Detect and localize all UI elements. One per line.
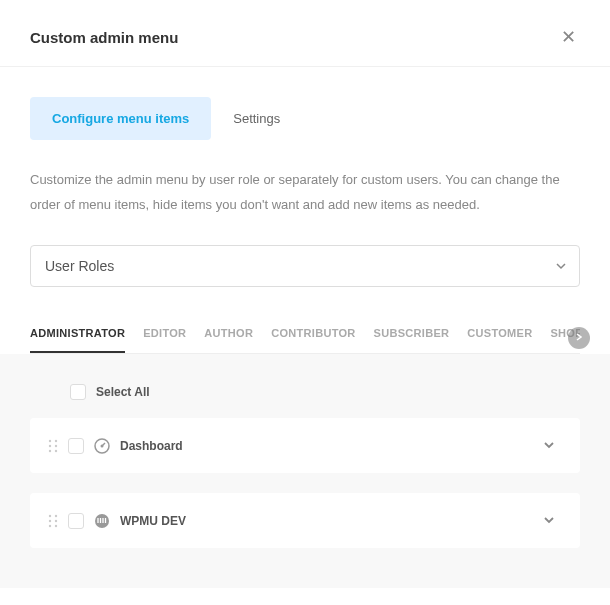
role-tab-contributor[interactable]: CONTRIBUTOR (271, 327, 355, 353)
svg-point-4 (49, 450, 51, 452)
svg-point-14 (95, 514, 109, 528)
chevron-down-icon (544, 513, 554, 528)
role-tab-editor[interactable]: EDITOR (143, 327, 186, 353)
select-all-label: Select All (96, 385, 150, 399)
menu-item-row: WPMU DEV (30, 493, 580, 548)
svg-point-1 (55, 440, 57, 442)
description-text: Customize the admin menu by user role or… (30, 168, 580, 217)
svg-point-3 (55, 445, 57, 447)
drag-handle-icon[interactable] (48, 439, 58, 453)
chevron-right-icon (576, 332, 582, 343)
tab-configure-menu-items[interactable]: Configure menu items (30, 97, 211, 140)
wpmu-dev-icon (94, 513, 110, 529)
role-tab-subscriber[interactable]: SUBSCRIBER (374, 327, 450, 353)
svg-point-10 (49, 520, 51, 522)
role-tab-customer[interactable]: CUSTOMER (467, 327, 532, 353)
menu-item-checkbox[interactable] (68, 438, 84, 454)
drag-handle-icon[interactable] (48, 514, 58, 528)
close-icon: ✕ (561, 27, 576, 47)
svg-point-11 (55, 520, 57, 522)
role-tabs-scroll-right[interactable] (568, 327, 590, 349)
menu-item-row: Dashboard (30, 418, 580, 473)
role-tab-author[interactable]: AUTHOR (204, 327, 253, 353)
expand-button[interactable] (536, 509, 562, 532)
chevron-down-icon (544, 438, 554, 453)
svg-point-2 (49, 445, 51, 447)
menu-item-label: Dashboard (120, 439, 526, 453)
svg-point-13 (55, 525, 57, 527)
svg-point-0 (49, 440, 51, 442)
tab-settings[interactable]: Settings (211, 97, 302, 140)
modal-title: Custom admin menu (30, 29, 178, 46)
menu-item-checkbox[interactable] (68, 513, 84, 529)
user-roles-select[interactable]: User Roles (30, 245, 580, 287)
svg-point-9 (55, 515, 57, 517)
expand-button[interactable] (536, 434, 562, 457)
svg-point-12 (49, 525, 51, 527)
select-all-checkbox[interactable] (70, 384, 86, 400)
role-tab-administrator[interactable]: ADMINISTRATOR (30, 327, 125, 353)
svg-point-8 (49, 515, 51, 517)
menu-item-label: WPMU DEV (120, 514, 526, 528)
dashboard-icon (94, 438, 110, 454)
svg-point-5 (55, 450, 57, 452)
close-button[interactable]: ✕ (557, 24, 580, 50)
svg-point-7 (101, 444, 104, 447)
